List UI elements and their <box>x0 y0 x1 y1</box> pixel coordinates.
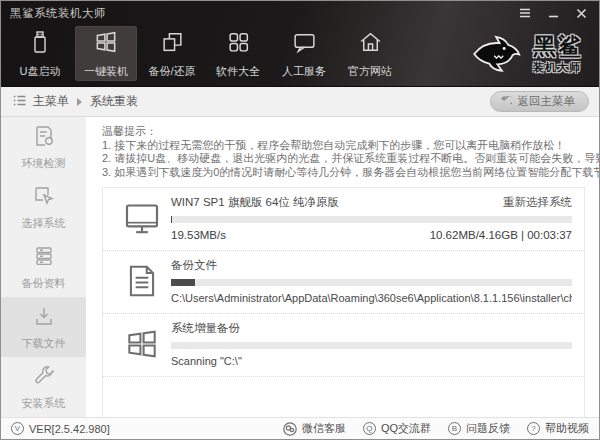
back-button-label: 返回主菜单 <box>518 94 576 109</box>
download-progress-text: 10.62MB/4.16GB | 00:03:37 <box>430 229 572 241</box>
app-header: 黑鲨系统装机大师 U盘启动 <box>1 1 599 87</box>
feedback-icon: B <box>448 422 461 435</box>
status-bar: V VER[2.5.42.980] 微信客服 Q QQ交流群 B 问题反馈 ? … <box>1 417 599 439</box>
windows-install-icon <box>93 29 119 58</box>
sidebar-label: 下载文件 <box>22 336 66 351</box>
version-icon: V <box>11 422 24 435</box>
back-arrow-icon <box>500 96 512 107</box>
download-icon <box>32 304 56 331</box>
toolbar-item-one-key-install[interactable]: 一键装机 <box>75 26 137 81</box>
qq-group-link[interactable]: Q QQ交流群 <box>363 421 431 436</box>
toolbar-label: 软件大全 <box>216 64 260 79</box>
minimize-button[interactable] <box>546 7 560 19</box>
main-content: 温馨提示： 1. 接下来的过程无需您的干预，程序会帮助您自动完成剩下的步骤，您可… <box>86 117 599 417</box>
brand-logo: 黑鲨 装机大师 <box>467 26 593 81</box>
breadcrumb-current: 系统重装 <box>90 93 138 110</box>
breadcrumb: 主菜单 系统重装 返回主菜单 <box>1 87 599 117</box>
brand-title: 黑鲨 <box>533 35 583 58</box>
sidebar-item-backup-data[interactable]: 备份资料 <box>1 237 86 297</box>
titlebar: 黑鲨系统装机大师 <box>1 1 599 25</box>
windows-grid-icon <box>113 321 171 367</box>
menu-list-icon <box>13 95 26 109</box>
status-link-label: 微信客服 <box>302 421 346 436</box>
version-info: V VER[2.5.42.980] <box>11 422 110 435</box>
close-button[interactable] <box>574 7 588 19</box>
download-row: WIN7 SP1 旗舰版 64位 纯净原版 重新选择系统 19.53MB/s 1… <box>103 188 584 251</box>
empty-row <box>103 377 584 417</box>
status-link-label: 帮助视频 <box>545 421 589 436</box>
back-to-main-button[interactable]: 返回主菜单 <box>490 91 590 112</box>
breadcrumb-root[interactable]: 主菜单 <box>33 93 69 110</box>
window-title: 黑鲨系统装机大师 <box>10 6 106 21</box>
doc-gear-icon <box>32 124 56 151</box>
tips-block: 温馨提示： 1. 接下来的过程无需您的干预，程序会帮助您自动完成剩下的步骤，您可… <box>102 125 585 179</box>
toolbar-label: 人工服务 <box>282 64 326 79</box>
app-window: 黑鲨系统装机大师 U盘启动 <box>0 0 600 440</box>
version-text: VER[2.5.42.980] <box>29 423 110 435</box>
help-icon: ? <box>527 422 540 435</box>
sidebar-item-install-system[interactable]: 安装系统 <box>1 357 86 417</box>
download-progress-bar <box>171 216 572 223</box>
app-grid-icon <box>226 29 251 58</box>
wechat-support-link[interactable]: 微信客服 <box>283 421 346 436</box>
help-video-link[interactable]: ? 帮助视频 <box>527 421 589 436</box>
usb-drive-icon <box>28 29 52 58</box>
backup-file-row: 备份文件 C:\Users\Administrator\AppData\Roam… <box>103 251 584 314</box>
backup-progress-fill <box>171 279 195 286</box>
status-link-label: QQ交流群 <box>381 421 431 436</box>
backup-file-title: 备份文件 <box>171 258 217 273</box>
download-progress-fill <box>171 216 172 223</box>
home-icon <box>358 29 383 58</box>
sidebar-item-select-system[interactable]: 选择系统 <box>1 177 86 237</box>
progress-panel: WIN7 SP1 旗舰版 64位 纯净原版 重新选择系统 19.53MB/s 1… <box>102 187 585 417</box>
toolbar-item-service[interactable]: 人工服务 <box>273 26 335 81</box>
brand-subtitle: 装机大师 <box>533 62 583 73</box>
toolbar: U盘启动 一键装机 备份/还原 软件大全 <box>1 25 599 86</box>
sidebar: 环境检测 选择系统 备份资料 下载文件 <box>1 117 86 417</box>
incremental-backup-title: 系统增量备份 <box>171 321 240 336</box>
menu-icon[interactable] <box>518 7 532 19</box>
file-icon <box>113 258 171 304</box>
toolbar-label: 备份/还原 <box>148 64 195 79</box>
server-stack-icon <box>32 244 56 271</box>
toolbar-label: 一键装机 <box>84 64 128 79</box>
tip-line-3: 3. 如果遇到下载速度为0的情况时请耐心等待几分钟，服务器会自动根据您当前网络位… <box>102 166 585 180</box>
tip-line-2: 2. 请拔掉U盘、移动硬盘，退出光驱内的光盘，并保证系统重装过程不断电。否则重装… <box>102 152 585 166</box>
incremental-backup-row: 系统增量备份 Scanning "C:\" <box>103 314 584 377</box>
sidebar-label: 安装系统 <box>22 396 66 411</box>
chevron-right-icon <box>77 98 82 106</box>
tips-title: 温馨提示： <box>102 125 585 139</box>
toolbar-item-website[interactable]: 官方网站 <box>339 26 401 81</box>
toolbar-item-software[interactable]: 软件大全 <box>207 26 269 81</box>
reselect-system-link[interactable]: 重新选择系统 <box>503 195 572 210</box>
status-link-label: 问题反馈 <box>466 421 510 436</box>
backup-restore-icon <box>160 29 185 58</box>
backup-file-path: C:\Users\Administrator\AppData\Roaming\3… <box>171 292 572 304</box>
toolbar-label: U盘启动 <box>20 64 61 79</box>
wechat-icon <box>283 422 297 436</box>
sidebar-label: 备份资料 <box>22 276 66 291</box>
feedback-link[interactable]: B 问题反馈 <box>448 421 510 436</box>
toolbar-item-usb-boot[interactable]: U盘启动 <box>9 26 71 81</box>
toolbar-item-backup-restore[interactable]: 备份/还原 <box>141 26 203 81</box>
cursor-select-icon <box>32 184 56 211</box>
qq-icon: Q <box>363 422 376 435</box>
sidebar-item-env-check[interactable]: 环境检测 <box>1 117 86 177</box>
sidebar-label: 选择系统 <box>22 216 66 231</box>
download-title: WIN7 SP1 旗舰版 64位 纯净原版 <box>171 195 339 210</box>
download-speed: 19.53MB/s <box>171 229 226 241</box>
sidebar-item-download-files[interactable]: 下载文件 <box>1 297 86 357</box>
incremental-backup-status: Scanning "C:\" <box>171 355 572 367</box>
shark-logo-icon <box>467 31 525 77</box>
backup-progress-bar <box>171 279 572 286</box>
monitor-icon <box>113 195 171 241</box>
incremental-progress-bar <box>171 342 572 349</box>
wrench-icon <box>32 364 56 391</box>
chat-service-icon <box>292 29 317 58</box>
toolbar-label: 官方网站 <box>348 64 392 79</box>
tip-line-1: 1. 接下来的过程无需您的干预，程序会帮助您自动完成剩下的步骤，您可以离开电脑稍… <box>102 139 585 153</box>
sidebar-label: 环境检测 <box>22 156 66 171</box>
